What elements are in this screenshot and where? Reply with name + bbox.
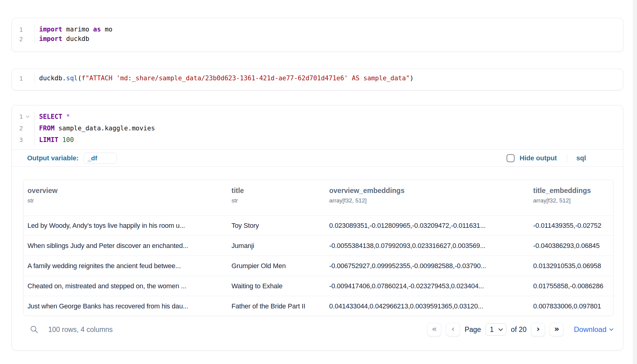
download-button[interactable]: Download	[574, 325, 613, 334]
cell-title: Grumpier Old Men	[228, 262, 325, 270]
download-label: Download	[574, 325, 606, 334]
table-row[interactable]: Just when George Banks has recovered fro…	[24, 296, 613, 316]
last-page-button[interactable]: »	[550, 323, 564, 336]
cell-title: Jumanji	[228, 242, 325, 250]
search-button[interactable]	[29, 325, 39, 334]
line-number-gutter: 1 2	[12, 25, 35, 44]
sql-cell-toolbar: Output variable: Hide output sql	[12, 149, 623, 167]
row-count-summary: 100 rows, 4 columns	[48, 326, 113, 334]
table-footer: 100 rows, 4 columns « ‹ Page 1 of 20 › »…	[23, 322, 613, 337]
table-row[interactable]: When siblings Judy and Peter discover an…	[24, 236, 613, 256]
code-editor[interactable]: 1 2 import marimo as mo import duckdb	[12, 18, 623, 52]
output-variable-input[interactable]	[84, 153, 117, 164]
code-line: LIMIT 100	[39, 134, 155, 146]
cell-title-embeddings: 0.01755858,-0.0086286	[529, 282, 613, 290]
first-page-button[interactable]: «	[427, 323, 441, 336]
cell-overview: Just when George Banks has recovered fro…	[24, 302, 228, 310]
cell-overview-embeddings: -0.006752927,0.099952355,-0.009982588,-0…	[325, 262, 529, 270]
search-icon	[30, 325, 39, 334]
line-number-gutter: 1 2 3	[12, 111, 35, 146]
cell-title-embeddings: -0.011439355,-0.02752	[529, 222, 613, 230]
cell-overview: When siblings Judy and Peter discover an…	[24, 242, 228, 250]
column-header-title[interactable]: title str	[228, 180, 325, 215]
total-pages-label: of 20	[511, 326, 526, 334]
page-scrollbar[interactable]	[633, 0, 637, 364]
cell-overview: Cheated on, mistreated and stepped on, t…	[24, 282, 228, 290]
cell-title-embeddings: 0.0132910535,0.06958	[529, 262, 613, 270]
code-line: import marimo as mo	[39, 25, 112, 34]
cell-output-area: overview str title str overview_embeddin…	[12, 167, 623, 350]
pagination-controls: « ‹ Page 1 of 20 › » Download	[427, 323, 613, 336]
code-cell-imports: 1 2 import marimo as mo import duckdb	[12, 18, 623, 52]
line-number: 1	[19, 26, 23, 33]
cell-overview: Led by Woody, Andy's toys live happily i…	[24, 222, 228, 230]
code-editor[interactable]: 1 2 3 SELECT * FROM sample_data.kaggle.m…	[12, 105, 623, 149]
table-header-row: overview str title str overview_embeddin…	[24, 180, 613, 216]
code-editor[interactable]: 1 duckdb.sql(f"ATTACH 'md:_share/sample_…	[12, 69, 623, 90]
line-number: 2	[19, 35, 23, 43]
table-row[interactable]: Cheated on, mistreated and stepped on, t…	[24, 276, 613, 296]
language-toggle[interactable]: sql	[576, 154, 586, 162]
code-line: duckdb.sql(f"ATTACH 'md:_share/sample_da…	[39, 74, 413, 83]
prev-page-button[interactable]: ‹	[446, 323, 460, 336]
chevron-down-icon	[609, 328, 613, 331]
column-header-overview-embeddings[interactable]: overview_embeddings array[f32, 512]	[325, 180, 529, 215]
line-number-gutter: 1	[12, 74, 35, 83]
line-number: 1	[19, 113, 23, 120]
next-page-button[interactable]: ›	[531, 323, 545, 336]
cell-overview-embeddings: 0.023089351,-0.012809965,-0.03209472,-0.…	[325, 222, 529, 230]
toolbar-divider	[567, 154, 567, 163]
cell-title: Waiting to Exhale	[228, 282, 325, 290]
cell-overview-embeddings: 0.041433044,0.042966213,0.0039591365,0.0…	[325, 302, 529, 310]
code-line: SELECT *	[39, 111, 155, 122]
column-header-overview[interactable]: overview str	[24, 180, 228, 215]
hide-output-label: Hide output	[520, 154, 557, 162]
cell-title: Toy Story	[228, 222, 325, 230]
page-number-value: 1	[490, 326, 494, 334]
page-number-select[interactable]: 1	[486, 323, 506, 336]
cell-overview-embeddings: -0.009417406,0.07860214,-0.023279453,0.0…	[325, 282, 529, 290]
line-number: 3	[19, 136, 23, 144]
cell-title-embeddings: -0.040386293,0.06845	[529, 242, 613, 250]
hide-output-checkbox[interactable]	[507, 154, 515, 162]
table-row[interactable]: Led by Woody, Andy's toys live happily i…	[24, 216, 613, 236]
code-cell-attach: 1 duckdb.sql(f"ATTACH 'md:_share/sample_…	[12, 69, 623, 90]
cell-overview-embeddings: -0.0055384138,0.07992093,0.023316627,0.0…	[325, 242, 529, 250]
code-fold-chevron-icon[interactable]	[23, 115, 32, 118]
cell-overview: A family wedding reignites the ancient f…	[24, 262, 228, 270]
line-number: 2	[19, 125, 23, 132]
code-line: FROM sample_data.kaggle.movies	[39, 122, 155, 134]
cell-title: Father of the Bride Part II	[228, 302, 325, 310]
column-header-title-embeddings[interactable]: title_embeddings array[f32, 512]	[529, 180, 613, 215]
line-number: 1	[19, 75, 23, 82]
page-label: Page	[464, 326, 481, 334]
sql-cell: 1 2 3 SELECT * FROM sample_data.kaggle.m…	[12, 105, 623, 351]
result-table: overview str title str overview_embeddin…	[23, 180, 613, 316]
chevron-down-icon	[498, 328, 503, 331]
cell-title-embeddings: 0.007833006,0.097801	[529, 302, 613, 310]
output-variable-label: Output variable:	[27, 154, 79, 162]
table-row[interactable]: A family wedding reignites the ancient f…	[24, 256, 613, 276]
code-line: import duckdb	[39, 34, 112, 44]
